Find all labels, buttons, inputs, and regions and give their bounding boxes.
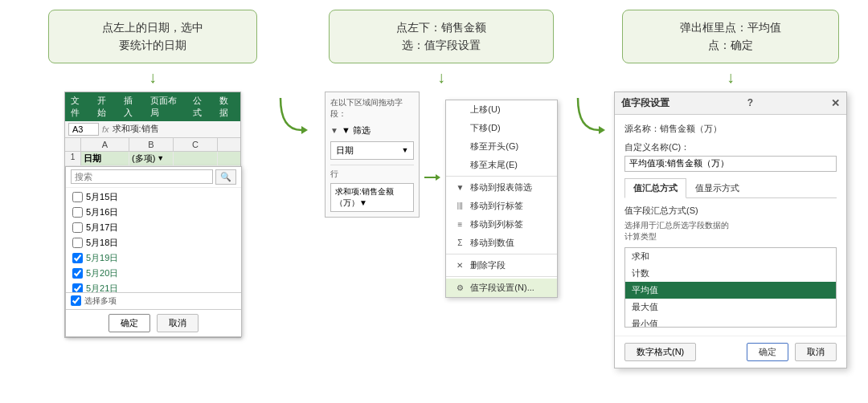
filter-item-2[interactable]: 5月17日 xyxy=(66,220,241,235)
section-desc: 选择用于汇总所选字段数据的 计算类型 xyxy=(624,220,837,242)
search-button[interactable]: 🔍 xyxy=(215,169,236,185)
filter-ok-button[interactable]: 确定 xyxy=(108,314,150,332)
tab-summarize[interactable]: 值汇总方式 xyxy=(624,178,686,198)
filter-item-1[interactable]: 5月16日 xyxy=(66,205,241,220)
svg-marker-2 xyxy=(599,126,605,134)
number-format-button[interactable]: 数字格式(N) xyxy=(624,343,696,361)
multi-select-label: 选择多项 xyxy=(84,295,117,307)
svg-marker-1 xyxy=(436,174,440,181)
filter-buttons: 确定 取消 xyxy=(66,309,241,336)
calc-item-sum[interactable]: 求和 xyxy=(625,248,836,265)
arrow-down-3: ↓ xyxy=(727,68,735,87)
arrow-down-1: ↓ xyxy=(149,68,157,87)
field-date: 日期 xyxy=(336,145,354,157)
arrow-1-to-2 xyxy=(276,10,309,138)
filter-dropdown: 🔍 5月15日 5月16日 5月17日 5月18日 5月19日 5月20日 5月… xyxy=(65,166,242,337)
instruction-3: 弹出框里点：平均值 点：确定 xyxy=(622,10,839,63)
arrow-to-menu xyxy=(424,92,440,183)
ctx-item-up[interactable]: 上移(U) xyxy=(446,100,557,119)
custom-name-label: 自定义名称(C)： xyxy=(624,141,837,153)
ctx-item-filter[interactable]: ▼移动到报表筛选 xyxy=(446,178,557,197)
formula-bar: A3 fx 求和项:销售 xyxy=(65,121,240,138)
calc-item-average[interactable]: 平均值 xyxy=(625,282,836,299)
panel-3: 弹出框里点：平均值 点：确定 ↓ 值字段设置 ? ✕ 源名称：销售金额（万） 自… xyxy=(606,10,855,368)
col-headers: A B C xyxy=(65,138,240,152)
filter-item-5[interactable]: 5月20日 xyxy=(66,266,241,281)
instruction-2: 点左下：销售金额 选：值字段设置 xyxy=(329,10,554,63)
calc-item-min[interactable]: 最小值 xyxy=(625,315,836,328)
filter-move-icon: ▼ xyxy=(454,183,465,192)
row-num-header xyxy=(65,138,81,151)
ctx-sep-3 xyxy=(446,276,557,277)
filter-list: 5月15日 5月16日 5月17日 5月18日 5月19日 5月20日 5月21… xyxy=(66,188,241,292)
delete-icon: ✕ xyxy=(454,261,465,270)
filter-icon: ▼ xyxy=(330,126,338,135)
filter-footer: 选择多项 xyxy=(66,292,241,309)
name-box[interactable]: A3 xyxy=(68,123,99,136)
ctx-item-field-setting[interactable]: ⚙值字段设置(N)... xyxy=(446,279,557,297)
row-item-label: 求和项:销售金额（万）▼ xyxy=(335,186,409,209)
field-dropdown-icon[interactable]: ▼ xyxy=(401,146,408,154)
dialog-footer: 数字格式(N) 确定 取消 xyxy=(615,336,846,368)
pivot-row-item[interactable]: 求和项:销售金额（万）▼ xyxy=(330,183,414,212)
calc-item-count[interactable]: 计数 xyxy=(625,265,836,282)
ribbon-home[interactable]: 开始 xyxy=(92,92,118,121)
dialog-help: ? xyxy=(747,97,753,108)
arrow-2-to-3 xyxy=(574,10,606,138)
filter-item-4[interactable]: 5月19日 xyxy=(66,250,241,266)
ribbon-insert[interactable]: 插入 xyxy=(118,92,145,121)
ctx-item-val[interactable]: Σ移动到数值 xyxy=(446,234,557,252)
col-header-a: A xyxy=(81,138,129,151)
sigma-icon: Σ xyxy=(454,238,465,247)
cell-b1[interactable]: (多项) ▼ xyxy=(129,152,174,165)
arrow-down-2: ↓ xyxy=(437,68,445,87)
filter-item-6[interactable]: 5月21日 xyxy=(66,281,241,292)
panel2-content: 在以下区域间拖动字段： ▼ ▼ 筛选 日期 ▼ 行 求和项:销售金额（万）▼ xyxy=(325,92,558,298)
dialog-tabs: 值汇总方式 值显示方式 xyxy=(624,178,837,198)
panel-2: 点左下：销售金额 选：值字段设置 ↓ 在以下区域间拖动字段： ▼ ▼ 筛选 日期… xyxy=(309,10,574,298)
ctx-item-bottom[interactable]: 移至末尾(E) xyxy=(446,156,557,174)
pivot-area-label: 在以下区域间拖动字段： xyxy=(330,97,414,120)
row-num-1: 1 xyxy=(65,152,81,165)
ctx-item-col[interactable]: ≡移动到列标签 xyxy=(446,215,557,234)
section-label: 值字段汇总方式(S) xyxy=(624,205,837,217)
ribbon-data[interactable]: 数据 xyxy=(214,92,240,121)
ctx-item-down[interactable]: 下移(D) xyxy=(446,119,557,137)
formula-content: 求和项:销售 xyxy=(113,123,237,135)
excel-ribbon: 文件 开始 插入 页面布局 公式 数据 xyxy=(65,92,240,121)
search-input[interactable] xyxy=(71,169,213,184)
ctx-sep-1 xyxy=(446,176,557,177)
filter-item-3[interactable]: 5月18日 xyxy=(66,235,241,250)
ribbon-formula[interactable]: 公式 xyxy=(187,92,214,121)
ribbon-file[interactable]: 文件 xyxy=(65,92,92,121)
calc-item-max[interactable]: 最大值 xyxy=(625,299,836,315)
ctx-item-top[interactable]: 移至开头(G) xyxy=(446,137,557,156)
settings-icon: ⚙ xyxy=(454,283,465,292)
multi-select-checkbox[interactable] xyxy=(71,295,81,306)
dialog-close-icon[interactable]: ✕ xyxy=(831,97,840,109)
dialog-title: 值字段设置 xyxy=(621,96,669,110)
source-name-label: 源名称：销售金额（万） xyxy=(624,124,722,133)
filter-item-0[interactable]: 5月15日 xyxy=(66,189,241,205)
panel-1: 点左上的日期，选中 要统计的日期 ↓ 文件 开始 插入 页面布局 公式 数据 A… xyxy=(29,10,276,338)
dialog-ok-button[interactable]: 确定 xyxy=(747,343,788,361)
fx-label: fx xyxy=(102,124,109,134)
ctx-item-delete[interactable]: ✕删除字段 xyxy=(446,256,557,275)
tab-show-values[interactable]: 值显示方式 xyxy=(686,178,748,197)
row-icon: ||| xyxy=(454,202,465,210)
filter-cancel-button[interactable]: 取消 xyxy=(157,314,199,332)
filter-label: ▼ 筛选 xyxy=(342,124,371,136)
pivot-field-date-row: 日期 ▼ xyxy=(330,141,414,160)
col-header-c: C xyxy=(174,138,218,151)
pivot-section-row: 行 xyxy=(330,165,414,180)
ribbon-layout[interactable]: 页面布局 xyxy=(145,92,186,121)
ctx-item-row[interactable]: |||移动到行标签 xyxy=(446,197,557,215)
context-menu: 上移(U) 下移(D) 移至开头(G) 移至末尾(E) ▼移动到报表筛选 |||… xyxy=(445,100,558,298)
custom-name-input[interactable] xyxy=(624,156,837,172)
dialog-title-bar: 值字段设置 ? ✕ xyxy=(615,92,846,115)
svg-marker-0 xyxy=(301,126,308,134)
dialog-cancel-button[interactable]: 取消 xyxy=(795,343,837,361)
col-icon: ≡ xyxy=(454,220,465,229)
filter-dropdown-icon[interactable]: ▼ xyxy=(157,154,164,162)
source-name-row: 源名称：销售金额（万） xyxy=(624,123,837,135)
